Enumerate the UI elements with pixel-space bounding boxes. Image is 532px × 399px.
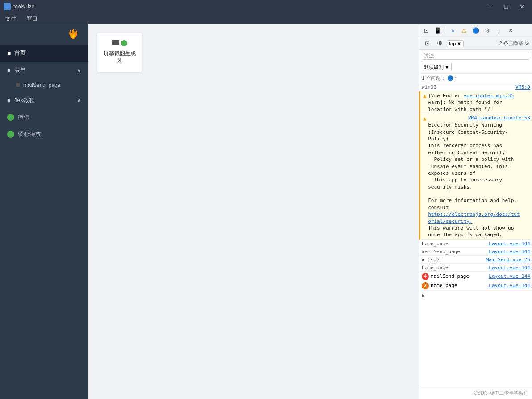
file-menu[interactable]: 文件 xyxy=(4,14,18,24)
sidebar-item-wechat[interactable]: 微信 xyxy=(0,109,88,126)
devtools-mobile-btn[interactable]: 📱 xyxy=(432,26,443,36)
tool-card-label: 屏幕截图生成器 xyxy=(103,50,137,65)
menubar: 文件 窗口 xyxy=(0,13,532,24)
vue-router-link[interactable]: vue-router.mjs:35 xyxy=(464,93,514,99)
expand-icon: ▶ xyxy=(422,292,425,299)
vm4-link[interactable]: VM4 sandbox bundle:53 xyxy=(468,115,530,121)
forms-icon: ■ xyxy=(7,67,11,74)
top-label: top xyxy=(449,41,456,46)
flex-arrow-icon: ∨ xyxy=(77,97,81,104)
log-vm5-link[interactable]: VM5:9 xyxy=(515,84,530,90)
filter-input[interactable] xyxy=(422,52,529,60)
log-mailsend-1-text: mailSend_page xyxy=(422,249,460,255)
issues-count: 1 xyxy=(454,76,457,81)
log-layout-3-link[interactable]: Layout.vue:144 xyxy=(489,265,530,271)
wechat-circle-icon xyxy=(7,114,14,121)
sidebar-wechat-label: 微信 xyxy=(18,113,29,121)
issues-row: 1 个问题： 🔵 1 xyxy=(419,74,532,83)
footer-text: CSDN @中二少年学编程 xyxy=(474,390,528,395)
devtools-close-btn[interactable]: ✕ xyxy=(505,26,516,36)
devtools-footer: CSDN @中二少年学编程 xyxy=(419,387,532,399)
screenshot-tool-card[interactable]: 屏幕截图生成器 xyxy=(97,33,142,72)
devtools-inspect-btn2[interactable]: ⊡ xyxy=(422,39,432,49)
log-mailsend-vue-link[interactable]: MailSend.vue:25 xyxy=(486,257,530,263)
level-label: 默认级别 xyxy=(424,64,444,70)
log-layout-2-link[interactable]: Layout.vue:144 xyxy=(489,249,530,255)
sidebar: ■ 首页 ■ 表单 ∧ mailSend_page ■ flex教程 ∨ 微信 xyxy=(0,24,88,399)
log-homepage-2-text: home_page xyxy=(422,265,449,271)
close-button[interactable]: ✕ xyxy=(516,2,528,11)
window-menu[interactable]: 窗口 xyxy=(25,14,39,24)
log-homepage-1-text: home_page xyxy=(422,241,449,247)
devtools-top-row: ⊡ 👁 top ▼ 2 条已隐藏 ⚙ xyxy=(419,37,532,50)
tool-circle-icon xyxy=(121,40,127,46)
expand-row[interactable]: ▶ xyxy=(419,291,532,300)
devtools-top-select[interactable]: top ▼ xyxy=(447,40,464,47)
sidebar-item-love[interactable]: 爱心特效 xyxy=(0,126,88,143)
issues-badge: 🔵 1 xyxy=(447,75,457,81)
filter-row xyxy=(419,50,532,62)
sidebar-love-label: 爱心特效 xyxy=(18,130,41,138)
log-entry-array: ▶ [{…}] MailSend.vue:25 xyxy=(419,256,532,264)
sidebar-forms-label: 表单 xyxy=(14,66,77,74)
log-vue-router-content: [Vue Router vue-router.mjs:35 warn]: No … xyxy=(428,92,530,113)
log-layout-5-link[interactable]: Layout.vue:144 xyxy=(489,283,530,288)
sidebar-item-home[interactable]: ■ 首页 xyxy=(0,45,88,62)
sidebar-flex-label: flex教程 xyxy=(14,96,77,104)
log-entry-vue-router: ▲ [Vue Router vue-router.mjs:35 warn]: N… xyxy=(419,91,532,114)
issues-icon: 🔵 xyxy=(447,75,453,81)
hidden-count-text: 2 条已隐藏 xyxy=(499,40,523,47)
log-entry-homepage-3: 2 home_page Layout.vue:144 xyxy=(419,281,532,291)
hidden-count: 2 条已隐藏 ⚙ xyxy=(499,40,529,47)
log-entry-mailsend-2: 4 mailSend_page Layout.vue:144 xyxy=(419,272,532,281)
level-row: 默认级别 ▼ xyxy=(419,62,532,74)
flame-icon xyxy=(69,28,78,40)
main-area: ■ 首页 ■ 表单 ∧ mailSend_page ■ flex教程 ∨ 微信 xyxy=(0,24,532,399)
devtools-more-btn[interactable]: » xyxy=(447,26,458,36)
sidebar-logo xyxy=(0,24,88,45)
maximize-button[interactable]: □ xyxy=(500,2,512,11)
devtools-inspect-btn[interactable]: ⊡ xyxy=(421,26,432,36)
devtools-toolbar: ⊡ 📱 » ⚠ 🔵 ⚙ ⋮ ✕ xyxy=(419,24,532,37)
log-mailsend-2-text: mailSend_page xyxy=(431,273,487,279)
log-layout-1-link[interactable]: Layout.vue:144 xyxy=(489,241,530,247)
devtools-info-btn[interactable]: 🔵 xyxy=(470,26,481,36)
toolbar-separator-1 xyxy=(445,27,445,34)
log-homepage-3-text: home_page xyxy=(431,283,487,288)
devtools-kebab-btn[interactable]: ⋮ xyxy=(494,26,504,36)
app-icon xyxy=(4,3,11,10)
badge-4: 4 xyxy=(422,273,429,280)
devtools-eye-btn[interactable]: 👁 xyxy=(434,39,445,49)
sidebar-group-forms[interactable]: ■ 表单 ∧ xyxy=(0,62,88,78)
devtools-warning-btn[interactable]: ⚠ xyxy=(459,26,470,36)
log-entry-homepage-2: home_page Layout.vue:144 xyxy=(419,264,532,272)
devtools-settings-btn[interactable]: ⚙ xyxy=(482,26,493,36)
sub-dot-icon xyxy=(16,83,20,87)
sidebar-group-flex[interactable]: ■ flex教程 ∨ xyxy=(0,92,88,109)
top-dropdown-icon: ▼ xyxy=(457,41,461,46)
warn-icon-1: ▲ xyxy=(423,93,426,99)
minimize-button[interactable]: ─ xyxy=(484,2,496,11)
flex-icon: ■ xyxy=(7,97,11,104)
devtools-panel: ⊡ 📱 » ⚠ 🔵 ⚙ ⋮ ✕ ⊡ 👁 top ▼ 2 条已隐藏 ⚙ xyxy=(419,24,532,399)
log-entry-homepage-1: home_page Layout.vue:144 xyxy=(419,240,532,248)
sidebar-home-label: 首页 xyxy=(14,49,81,57)
log-entry-mailsend-1: mailSend_page Layout.vue:144 xyxy=(419,248,532,256)
log-layout-4-link[interactable]: Layout.vue:144 xyxy=(489,273,530,279)
issues-label: 1 个问题： xyxy=(422,75,445,82)
sidebar-item-mailsend[interactable]: mailSend_page xyxy=(0,78,88,92)
badge-2: 2 xyxy=(422,282,429,289)
electron-security-link[interactable]: https://electronjs.org/docs/tut orial/se… xyxy=(428,211,520,224)
level-select[interactable]: 默认级别 ▼ xyxy=(422,63,452,71)
tool-card-icons xyxy=(112,40,127,46)
level-dropdown-icon: ▼ xyxy=(445,65,449,70)
forms-arrow-icon: ∧ xyxy=(77,67,81,74)
app-title: tools-lize xyxy=(13,4,34,10)
home-icon: ■ xyxy=(7,49,11,57)
sidebar-mailsend-label: mailSend_page xyxy=(23,82,60,88)
love-circle-icon xyxy=(7,131,14,138)
log-array-text: ▶ [{…}] xyxy=(422,257,442,263)
devtools-log-area[interactable]: win32 VM5:9 ▲ [Vue Router vue-router.mjs… xyxy=(419,83,532,387)
window-controls: ─ □ ✕ xyxy=(484,2,528,11)
content-area: 屏幕截图生成器 xyxy=(88,24,419,399)
